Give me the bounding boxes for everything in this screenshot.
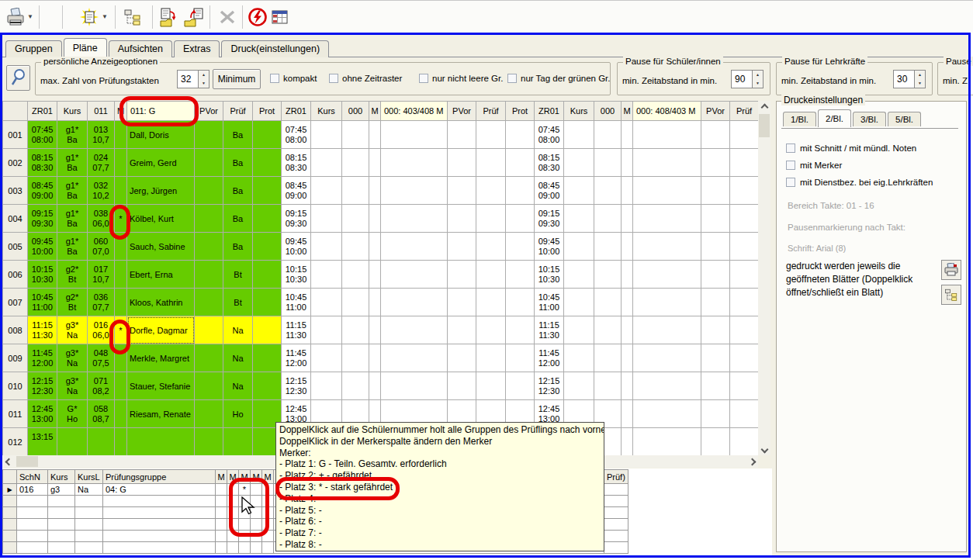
grid-cell-prot[interactable]	[253, 372, 282, 400]
grid-cell-marker[interactable]	[369, 121, 381, 149]
grid-cell-kurs[interactable]	[564, 372, 594, 400]
grid-cell-pruef[interactable]	[730, 205, 759, 233]
grid-cell-student-name[interactable]	[381, 121, 448, 149]
grid-cell-pruef[interactable]: Ba	[223, 121, 253, 149]
grid-cell-pvor[interactable]	[195, 205, 223, 233]
grid-cell-time[interactable]: 08:1508:30	[282, 149, 311, 177]
grid-cell-time[interactable]: 11:4512:00	[535, 344, 564, 372]
grid-cell-row-header[interactable]: 006	[3, 261, 28, 289]
print-sheets-button[interactable]	[941, 260, 961, 280]
bottom-cell[interactable]	[227, 496, 239, 507]
grid-cell-student-no[interactable]	[342, 121, 369, 149]
grid-cell-pruef[interactable]	[730, 316, 759, 344]
checkbox-box-icon[interactable]	[419, 74, 428, 83]
grid-cell-prot[interactable]	[506, 344, 535, 372]
grid-cell-student-name[interactable]	[381, 344, 448, 372]
grid-cell-marker[interactable]	[115, 428, 127, 456]
grid-cell-student-no[interactable]	[594, 344, 622, 372]
grid-cell-student-no[interactable]	[594, 372, 622, 400]
grid-cell-student-name[interactable]	[381, 372, 448, 400]
grid-cell-row-header[interactable]: 002	[3, 149, 28, 177]
bottom-cell[interactable]	[262, 496, 274, 507]
grid-cell-student-name[interactable]	[633, 400, 701, 428]
tab-extras[interactable]: Extras	[174, 40, 220, 57]
grid-col-header-blank[interactable]	[3, 102, 28, 121]
grid-cell-marker[interactable]	[369, 261, 381, 289]
grid-col-header-pvor[interactable]: PVor	[195, 102, 223, 121]
bottom-col-header-m[interactable]: M	[227, 470, 239, 484]
grid-col-header-000[interactable]: 000	[594, 102, 622, 121]
vertical-scrollbar[interactable]	[758, 101, 770, 455]
spinner-up-icon[interactable]: ▲	[199, 71, 209, 79]
grid-cell-prot[interactable]	[506, 289, 535, 316]
grid-cell-student-no[interactable]	[594, 205, 622, 233]
checkbox-box-icon[interactable]	[786, 143, 795, 153]
grid-cell-prot[interactable]	[253, 289, 282, 316]
grid-cell-marker[interactable]	[115, 149, 127, 177]
bottom-cell[interactable]	[227, 484, 239, 496]
bottom-cell[interactable]: Na	[75, 484, 103, 496]
grid-cell-prot[interactable]	[506, 177, 535, 205]
grid-cell-kurs[interactable]	[564, 344, 594, 372]
grid-col-header-kurs[interactable]: Kurs	[57, 102, 88, 121]
grid-cell-time[interactable]: 11:4512:00	[28, 344, 57, 372]
checkbox-ohne-zeitraster[interactable]: ohne Zeitraster	[329, 74, 402, 83]
grid-cell-row-header[interactable]: 010	[3, 372, 28, 400]
grid-cell-pvor[interactable]	[448, 289, 476, 316]
bottom-cell[interactable]	[48, 507, 75, 519]
grid-cell-pruef[interactable]	[730, 233, 759, 261]
grid-cell-row-header[interactable]: 011	[3, 400, 28, 428]
grid-cell-pvor[interactable]	[195, 177, 223, 205]
grid-cell-time[interactable]: 08:4509:00	[282, 177, 311, 205]
grid-cell-student-no[interactable]	[342, 289, 369, 316]
grid-cell-time[interactable]: 11:4512:00	[282, 344, 311, 372]
grid-cell-pruef[interactable]	[730, 177, 759, 205]
grid-cell-pvor[interactable]	[448, 121, 476, 149]
grid-cell-student-name[interactable]	[381, 149, 448, 177]
grid-cell-prot[interactable]	[253, 177, 282, 205]
grid-cell-time[interactable]: 07:4508:00	[535, 121, 564, 149]
grid-cell-pruef[interactable]	[223, 428, 253, 456]
grid-cell-kurs[interactable]	[311, 121, 342, 149]
bottom-cell[interactable]	[3, 531, 17, 542]
grid-cell-time[interactable]: 10:4511:00	[28, 289, 57, 316]
grid-cell-student-no[interactable]: 05808,7	[88, 400, 115, 428]
grid-cell-student-no[interactable]	[594, 177, 622, 205]
grid-cell-prot[interactable]	[253, 344, 282, 372]
grid-cell-pvor[interactable]	[448, 316, 476, 344]
export-to-file-button[interactable]	[158, 6, 180, 28]
bottom-cell[interactable]	[75, 542, 103, 554]
bottom-cell[interactable]	[75, 507, 103, 519]
grid-cell-student-no[interactable]	[594, 233, 622, 261]
bottom-cell[interactable]	[227, 519, 239, 531]
grid-cell-student-name[interactable]: Dorfle, Dagmar	[127, 316, 195, 344]
print-checkbox-mit-dienstbez-bei-eig-lehrkräften[interactable]: mit Dienstbez. bei eig.Lehrkräften	[786, 178, 933, 187]
grid-cell-row-header[interactable]: 005	[3, 233, 28, 261]
bottom-cell[interactable]	[48, 519, 75, 531]
grid-cell-marker[interactable]	[622, 428, 633, 456]
grid-cell-student-no[interactable]: 03607,7	[88, 289, 115, 316]
scroll-down-button[interactable]	[758, 443, 770, 455]
checkbox-nur-tag-der-grünen-gr[interactable]: nur Tag der grünen Gr.	[507, 74, 611, 83]
grid-cell-row-header[interactable]: 004	[3, 205, 28, 233]
grid-cell-student-no[interactable]	[342, 344, 369, 372]
bottom-cell[interactable]	[17, 542, 48, 554]
grid-cell-kurs[interactable]	[311, 177, 342, 205]
grid-col-header-000-408-403-m[interactable]: 000: 408/403 M	[633, 102, 701, 121]
grid-cell-kurs[interactable]: g2*Bt	[57, 289, 88, 316]
scroll-right-button[interactable]	[746, 455, 758, 468]
max-takte-spinner[interactable]: 32 ▲ ▼	[177, 70, 209, 88]
grid-cell-student-no[interactable]: 02407,7	[88, 149, 115, 177]
bottom-col-header-prüfungsgruppe[interactable]: Prüfungsgruppe	[103, 470, 216, 484]
grid-cell-kurs[interactable]	[311, 149, 342, 177]
grid-cell-pruef[interactable]	[476, 205, 506, 233]
grid-cell-kurs[interactable]	[311, 372, 342, 400]
grid-cell-row-header[interactable]: 003	[3, 177, 28, 205]
bottom-cell[interactable]	[251, 531, 262, 542]
grid-cell-pruef[interactable]	[476, 233, 506, 261]
grid-cell-pruef[interactable]: Na	[223, 316, 253, 344]
grid-cell-kurs[interactable]	[311, 316, 342, 344]
bottom-cell[interactable]	[262, 542, 274, 554]
grid-cell-marker[interactable]	[115, 121, 127, 149]
grid-cell-time[interactable]: 09:1509:30	[28, 205, 57, 233]
